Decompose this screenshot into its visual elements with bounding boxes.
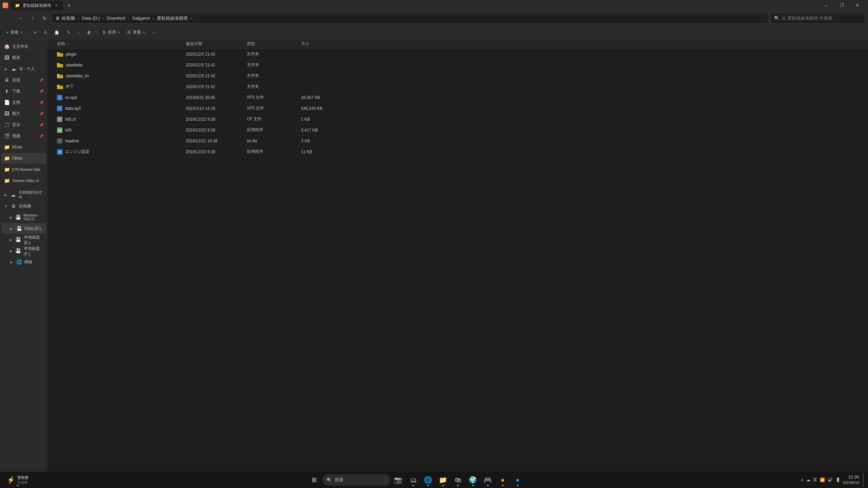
col-date-header[interactable]: 修改日期 — [186, 41, 247, 47]
expand-icon: ▶ — [4, 67, 8, 71]
col-size-header[interactable]: 大小 — [301, 41, 342, 47]
active-tab[interactable]: 📁 爱欲姐妹洛丽塔 ✕ — [11, 1, 63, 10]
sidebar-item-other[interactable]: 📁 Other — [1, 153, 46, 164]
gallery-icon: 🖼 — [4, 55, 9, 60]
cut-btn[interactable]: ✂ — [30, 27, 40, 38]
tray-expand-icon[interactable]: ∧ — [801, 477, 804, 482]
sidebar-label-thispc: 此电脑 — [19, 203, 31, 209]
sidebar-item-local-f[interactable]: ▶ 💾 本地磁盘 (F:) — [1, 245, 46, 256]
desktop-icon: 🖥 — [4, 77, 9, 83]
breadcrumb-part-0[interactable]: 此电脑 — [62, 15, 75, 21]
taskbar-camera-btn[interactable]: 📷 — [392, 473, 405, 487]
taskbar-store-btn[interactable]: 🛍 — [451, 473, 465, 487]
file-type: 文件夹 — [247, 51, 301, 57]
table-row[interactable]: plugin 2020/12/5 21:42 文件夹 — [47, 49, 868, 60]
copy-btn[interactable]: ⎘ — [41, 27, 50, 38]
sidebar-item-mods[interactable]: 📁 Mods — [1, 142, 46, 152]
address-bar[interactable]: 🖥 此电脑 › Data (D:) › Downlord › Galgame ›… — [52, 13, 769, 24]
forward-btn[interactable]: → — [15, 13, 26, 24]
table-row[interactable]: savedata_cn 2020/12/5 21:42 文件夹 — [47, 70, 868, 81]
cloud-icon: ☁ — [11, 66, 16, 72]
sidebar-item-downloads[interactable]: ⬇ 下载 📌 — [1, 86, 46, 97]
col-type-header[interactable]: 类型 — [247, 41, 301, 47]
sidebar-item-local-e[interactable]: ▶ 💾 本地磁盘 (E:) — [1, 234, 46, 245]
taskbar-browser2-btn[interactable]: 🌍 — [466, 473, 480, 487]
sidebar-item-data-d[interactable]: ▶ 💾 Data (D:) — [1, 223, 46, 234]
sidebar-item-baidu[interactable]: ▶ ☁ 百度网盘同步空间 — [1, 189, 46, 200]
sidebar-item-thispc[interactable]: ▼ 🖥 此电脑 — [1, 201, 46, 211]
search-bar[interactable]: 🔍 在 爱欲姐妹洛丽塔 中搜索 — [770, 13, 865, 24]
taskbar-orange-btn[interactable]: ● — [496, 473, 510, 487]
sidebar-item-gallery[interactable]: 🖼 图库 — [1, 52, 46, 63]
thispc-icon: 🖥 — [11, 203, 16, 209]
paste-btn[interactable]: 📋 — [51, 27, 63, 38]
sidebar-item-music[interactable]: 🎵 音乐 📌 — [1, 119, 46, 130]
back-btn[interactable]: ← — [3, 13, 14, 24]
col-name-header[interactable]: 名称 ↑ — [57, 41, 186, 47]
rename-btn[interactable]: ✎ — [63, 27, 74, 38]
table-row[interactable]: C lol5.cf 2018/12/22 9:28 CF 文件 1 KB — [47, 114, 868, 125]
taskbar-search-bar[interactable]: 🔍 搜索 — [322, 474, 390, 486]
file-type: txt file — [247, 139, 301, 143]
sidebar-item-stardew[interactable]: 📁 [CP] Stardew Valle — [1, 164, 46, 175]
table-row[interactable]: 补丁 2020/12/5 21:42 文件夹 — [47, 81, 868, 92]
table-row[interactable]: ▶ エンジン設定 2018/12/22 9:28 应用程序 11 KB — [47, 146, 868, 157]
sidebar-item-documents[interactable]: 📄 文档 📌 — [1, 97, 46, 108]
clock-display[interactable]: 15:36 2024/8/19 — [843, 474, 859, 486]
taskbar-edge-btn[interactable]: 🌐 — [421, 473, 435, 487]
table-row[interactable]: T readme 2018/12/21 16:38 txt file 3 KB — [47, 136, 868, 146]
sidebar-label-gallery: 图库 — [12, 55, 20, 61]
share-btn[interactable]: ↑ — [74, 27, 83, 38]
taskbar-thunder-app[interactable]: ⚡ 雷电警 已启动 — [4, 473, 31, 487]
breadcrumb-part-2[interactable]: Downlord — [106, 16, 125, 21]
stardew-icon: 📁 — [4, 167, 9, 172]
window-controls: ─ ❐ ✕ — [818, 0, 865, 11]
taskbar-blue-btn[interactable]: ● — [511, 473, 525, 487]
sidebar-item-home[interactable]: 🏠 主文件夹 — [1, 41, 46, 52]
taskbar-steam-btn[interactable]: 🎮 — [481, 473, 495, 487]
exe-icon: ▶ — [57, 127, 62, 133]
more-options-btn[interactable]: ··· — [149, 27, 159, 38]
refresh-btn[interactable]: ↻ — [39, 13, 50, 24]
table-row[interactable]: ▶ lol5 2018/12/22 9:28 应用程序 3,417 KB — [47, 125, 868, 136]
sidebar-item-network[interactable]: ▶ 🌐 网络 — [1, 257, 46, 267]
sidebar-item-xtardew[interactable]: 📁 Xtardew Valley zh — [1, 175, 46, 186]
sidebar-item-cloud[interactable]: ▶ ☁ 冰 - 个人 — [1, 63, 46, 74]
breadcrumb-part-4[interactable]: 爱欲姐妹洛丽塔 — [157, 15, 188, 21]
breadcrumb-part-3[interactable]: Galgame — [132, 16, 150, 21]
up-btn[interactable]: ↑ — [27, 13, 38, 24]
view-icon: ☰ — [127, 30, 131, 35]
taskbar-start-btn[interactable]: ⊞ — [308, 473, 321, 487]
view-btn[interactable]: ☰ 查看 ▾ — [124, 27, 148, 38]
tab-close-btn[interactable]: ✕ — [54, 3, 59, 8]
sort-btn[interactable]: ⇅ 排序 ▾ — [99, 27, 123, 38]
new-tab-btn[interactable]: + — [64, 1, 74, 10]
titlebar: 📁 爱欲姐妹洛丽塔 ✕ + ─ ❐ ✕ — [0, 0, 868, 11]
sidebar-item-pictures[interactable]: 🖼 图片 📌 — [1, 108, 46, 119]
table-row[interactable]: X cn.xp3 2019/5/31 20:05 XP3 文件 28,457 K… — [47, 92, 868, 103]
show-desktop-btn[interactable] — [863, 473, 864, 487]
taskbar: ⚡ 雷电警 已启动 ⊞ 🔍 搜索 📷 🗂 🌐 📁 🛍 — [0, 472, 868, 488]
minimize-btn[interactable]: ─ — [818, 0, 834, 11]
close-btn[interactable]: ✕ — [850, 0, 865, 11]
folder-icon — [57, 63, 63, 67]
file-name: savedata — [66, 63, 82, 67]
file-date: 2018/12/22 9:28 — [186, 117, 247, 122]
breadcrumb-part-1[interactable]: Data (D:) — [82, 16, 100, 21]
sidebar-item-videos[interactable]: 🎬 视频 📌 — [1, 130, 46, 141]
sidebar-item-windows-ssd[interactable]: ▶ 💾 Windows-SSD (C — [1, 212, 46, 223]
main-content: 🏠 主文件夹 🖼 图库 ▶ ☁ 冰 - 个人 🖥 桌面 📌 ⬇ 下载 📌 📄 文… — [0, 39, 868, 476]
table-row[interactable]: savedata 2020/12/5 21:42 文件夹 — [47, 60, 868, 70]
table-row[interactable]: X data.xp3 2019/1/14 14:18 XP3 文件 546,24… — [47, 103, 868, 114]
new-btn[interactable]: + 新建 ▾ — [3, 27, 26, 38]
file-date: 2020/12/5 21:42 — [186, 74, 247, 78]
restore-btn[interactable]: ❐ — [834, 0, 850, 11]
taskbar-explorer-btn[interactable]: 📁 — [436, 473, 450, 487]
winssd-expand-icon: ▶ — [9, 215, 13, 219]
file-date: 2018/12/22 9:28 — [186, 149, 247, 154]
sidebar-item-desktop[interactable]: 🖥 桌面 📌 — [1, 75, 46, 85]
delete-btn[interactable]: 🗑 — [84, 27, 95, 38]
taskbar-files-btn[interactable]: 🗂 — [407, 473, 420, 487]
file-area: 名称 ↑ 修改日期 类型 大小 plugin 2020/12/5 21:42 文… — [47, 39, 868, 476]
file-type: XP3 文件 — [247, 105, 301, 111]
